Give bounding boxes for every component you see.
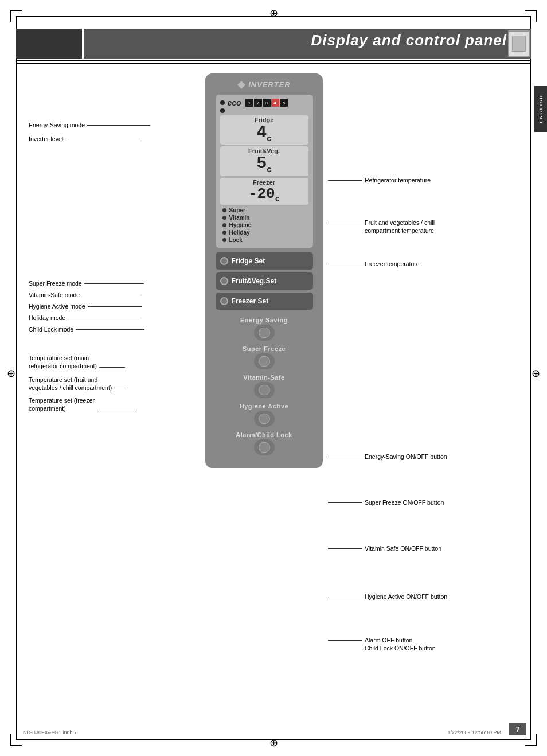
ann-freezer-temp-text: Freezer temperature bbox=[365, 260, 420, 267]
mode-super: Super bbox=[222, 207, 308, 213]
energy-saving-label: Energy Saving bbox=[214, 317, 314, 324]
ann-vitamin-safe-onoff: Vitamin Safe ON/OFF button bbox=[328, 545, 441, 552]
ann-hygiene-active-onoff-line bbox=[328, 597, 362, 597]
vitamin-safe-section: Vitamin-Safe bbox=[214, 372, 314, 400]
ann-temp-set-fruit-line2: vegetables / chill compartment) bbox=[29, 384, 112, 392]
ann-vitamin-safe-mode-text: Vitamin-Safe mode bbox=[29, 291, 80, 298]
ann-temp-set-freezer-line1: Temperature set (freezer bbox=[29, 397, 95, 405]
ann-super-freeze-mode: Super Freeze mode bbox=[29, 280, 144, 287]
title-icon bbox=[508, 30, 530, 57]
ann-inverter-level-line bbox=[65, 139, 140, 139]
control-panel-device: INVERTER eco 1 2 3 4 5 Fridge 4c bbox=[205, 73, 323, 468]
ann-inverter-level-text: Inverter level bbox=[29, 135, 63, 142]
ann-vitamin-safe-mode: Vitamin-Safe mode bbox=[29, 291, 142, 298]
fridge-temp-display: 4c bbox=[224, 123, 305, 143]
eco-label: eco bbox=[228, 98, 241, 107]
brand-logo: INVERTER bbox=[237, 80, 291, 89]
ann-temp-set-fruit-line1: Temperature set (fruit and bbox=[29, 376, 112, 384]
ann-temp-set-main-line1: Temperature set (main bbox=[29, 354, 97, 363]
mode-vitamin: Vitamin bbox=[222, 215, 308, 221]
ann-vitamin-safe-onoff-line bbox=[328, 548, 362, 549]
alarm-child-lock-button[interactable] bbox=[254, 439, 275, 455]
super-freeze-btn-inner bbox=[259, 356, 270, 367]
ann-child-lock-mode: Child Lock mode bbox=[29, 326, 144, 333]
title-divider-thick bbox=[16, 60, 531, 61]
ann-temp-set-freezer-line2: compartment) bbox=[29, 405, 95, 413]
fruit-veg-set-button[interactable]: Fruit&Veg.Set bbox=[216, 272, 313, 290]
ann-super-freeze-onoff-text: Super Freeze ON/OFF button bbox=[365, 499, 444, 506]
mode-hygiene: Hygiene bbox=[222, 222, 308, 228]
ann-vitamin-safe-mode-line bbox=[82, 295, 142, 295]
ann-temp-set-fruit-line bbox=[114, 389, 126, 389]
hygiene-active-button[interactable] bbox=[254, 411, 275, 427]
ann-holiday-mode: Holiday mode bbox=[29, 314, 141, 321]
ann-fruit-veg-temp: Fruit and vegetables / chill compartment… bbox=[328, 219, 435, 235]
energy-saving-button[interactable] bbox=[254, 325, 275, 341]
title-bar-dark-left bbox=[16, 29, 82, 59]
fridge-set-circle bbox=[220, 257, 228, 265]
ann-fruit-veg-temp-line2: compartment temperature bbox=[365, 227, 435, 235]
level-2: 2 bbox=[254, 99, 262, 107]
vitamin-safe-label: Vitamin-Safe bbox=[214, 374, 314, 381]
footer-right: 1/22/2009 12:56:10 PM bbox=[447, 730, 501, 735]
level-1: 1 bbox=[245, 99, 253, 107]
alarm-child-lock-label: Alarm/Child Lock bbox=[214, 431, 314, 438]
ann-hygiene-active-onoff-text: Hygiene Active ON/OFF button bbox=[365, 593, 447, 600]
freezer-deg-c: c bbox=[275, 194, 280, 204]
energy-saving-btn-inner bbox=[259, 328, 270, 338]
freezer-temp-display: -20c bbox=[224, 186, 305, 204]
page-number-box: 7 bbox=[509, 723, 526, 735]
ann-super-freeze-onoff: Super Freeze ON/OFF button bbox=[328, 499, 444, 506]
super-freeze-button[interactable] bbox=[254, 353, 275, 369]
ann-freezer-temp: Freezer temperature bbox=[328, 260, 420, 267]
footer-left: NR-B30FX&FG1.indb 7 bbox=[23, 730, 77, 735]
ann-super-freeze-onoff-line bbox=[328, 502, 362, 503]
ann-energy-saving-mode-line bbox=[87, 125, 150, 126]
page-border-left bbox=[16, 16, 17, 740]
ann-super-freeze-mode-line bbox=[84, 283, 144, 284]
hygiene-active-section: Hygiene Active bbox=[214, 400, 314, 429]
page-border-right bbox=[530, 16, 531, 740]
mode-indicators-list: Super Vitamin Hygiene Holiday Lock bbox=[220, 207, 308, 243]
ann-holiday-mode-line bbox=[68, 318, 141, 318]
super-freeze-label: Super Freeze bbox=[214, 345, 314, 352]
ann-temp-set-freezer: Temperature set (freezer compartment) bbox=[29, 397, 137, 412]
mode-lock: Lock bbox=[222, 237, 308, 243]
freezer-temp-value: -20 bbox=[248, 185, 275, 202]
diamond-icon bbox=[237, 81, 245, 89]
fruit-veg-display: Fruit&Veg. 5c bbox=[220, 146, 308, 176]
ann-energy-saving-mode-text: Energy-Saving mode bbox=[29, 122, 85, 128]
freezer-set-button[interactable]: Freezer Set bbox=[216, 293, 313, 310]
reg-mark-bottom: ⊕ bbox=[269, 736, 278, 749]
inverter-level-dot bbox=[220, 108, 225, 113]
brand-name: INVERTER bbox=[248, 80, 291, 89]
ann-temp-set-fruit: Temperature set (fruit and vegetables / … bbox=[29, 376, 126, 392]
ann-fruit-veg-temp-line1: Fruit and vegetables / chill bbox=[365, 219, 435, 227]
alarm-child-lock-section: Alarm/Child Lock bbox=[214, 429, 314, 458]
language-tab-label: ENGLISH bbox=[538, 95, 544, 123]
fruit-veg-set-label: Fruit&Veg.Set bbox=[232, 277, 277, 285]
ann-alarm-child-lock-line2: Child Lock ON/OFF button bbox=[365, 645, 436, 653]
reg-mark-left: ⊕ bbox=[7, 367, 15, 380]
level-3: 3 bbox=[263, 99, 271, 107]
level-5: 5 bbox=[280, 99, 288, 107]
ann-alarm-child-lock-line1: Alarm OFF button bbox=[365, 637, 436, 645]
ann-alarm-child-lock-line bbox=[328, 640, 362, 641]
ann-hygiene-active-mode-line bbox=[88, 306, 142, 307]
hygiene-active-btn-inner bbox=[259, 414, 270, 424]
ann-temp-set-main-line2: refrigerator compartment) bbox=[29, 363, 97, 371]
hygiene-active-label: Hygiene Active bbox=[214, 403, 314, 410]
ann-refrigerator-temp-line bbox=[328, 180, 362, 181]
freezer-display: Freezer -20c bbox=[220, 178, 308, 205]
ann-temp-set-main-line bbox=[99, 367, 125, 368]
ann-energy-saving-onoff-text: Energy-Saving ON/OFF button bbox=[365, 453, 447, 460]
ann-hygiene-active-mode-text: Hygiene Active mode bbox=[29, 303, 85, 310]
ann-hygiene-active-mode: Hygiene Active mode bbox=[29, 303, 142, 310]
ann-hygiene-active-onoff: Hygiene Active ON/OFF button bbox=[328, 593, 447, 600]
ann-child-lock-mode-text: Child Lock mode bbox=[29, 326, 73, 333]
freezer-set-label: Freezer Set bbox=[232, 297, 269, 305]
fridge-temp-value: 4 bbox=[256, 123, 267, 142]
vitamin-safe-button[interactable] bbox=[254, 382, 275, 398]
fruit-veg-temp-display: 5c bbox=[224, 154, 305, 174]
fridge-set-button[interactable]: Fridge Set bbox=[216, 252, 313, 270]
